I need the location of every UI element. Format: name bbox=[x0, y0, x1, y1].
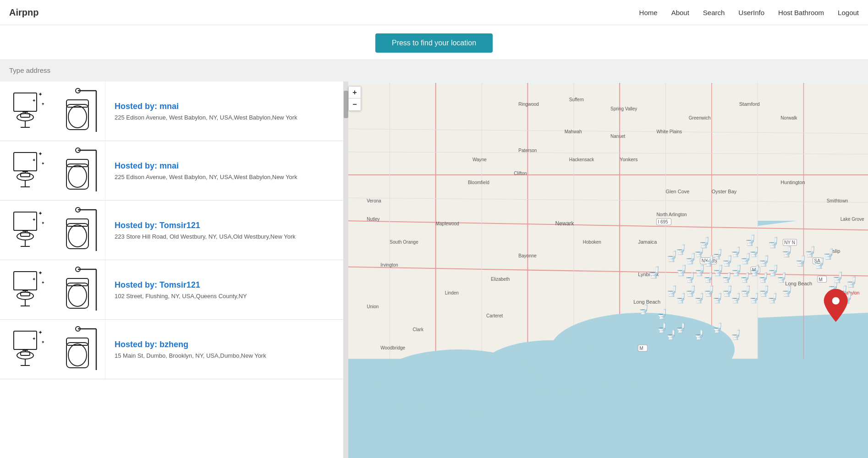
svg-text:✦: ✦ bbox=[38, 329, 43, 336]
listing-host[interactable]: Hosted by: mnai bbox=[115, 102, 297, 111]
listing-info: Hosted by: Tomsir121 102 Street, Flushin… bbox=[105, 260, 256, 319]
listing-address: 225 Edison Avenue, West Babylon, NY, USA… bbox=[115, 114, 297, 121]
listing-host[interactable]: Hosted by: Tomsir121 bbox=[115, 221, 296, 230]
svg-text:🚽: 🚽 bbox=[831, 271, 844, 284]
svg-text:Union: Union bbox=[367, 304, 379, 309]
svg-text:✦: ✦ bbox=[41, 161, 45, 166]
listing-host[interactable]: Hosted by: bzheng bbox=[115, 340, 266, 349]
svg-text:✦: ✦ bbox=[32, 336, 36, 341]
svg-text:🚽: 🚽 bbox=[647, 266, 661, 279]
bathroom-thumbnail: ✦ ✦ ✦ bbox=[7, 205, 99, 256]
svg-text:Smithtown: Smithtown bbox=[827, 198, 848, 203]
svg-text:🚽: 🚽 bbox=[804, 245, 817, 258]
listing-info: Hosted by: mnai 225 Edison Avenue, West … bbox=[105, 82, 307, 141]
svg-text:🚽: 🚽 bbox=[780, 285, 793, 297]
location-bar: Press to find your location bbox=[0, 25, 868, 59]
nav-link-userinfo[interactable]: UserInfo bbox=[738, 9, 764, 16]
svg-text:Stamford: Stamford bbox=[739, 101, 760, 107]
listing-card[interactable]: ✦ ✦ ✦ Hosted by: Tomsir121 223 Store Hil… bbox=[0, 201, 343, 260]
svg-point-112 bbox=[376, 349, 541, 414]
svg-text:🚽: 🚽 bbox=[693, 329, 705, 340]
nav-link-home[interactable]: Home bbox=[639, 9, 658, 16]
zoom-in-button[interactable]: + bbox=[349, 87, 361, 98]
svg-text:🚽: 🚽 bbox=[780, 245, 793, 258]
svg-text:Lake Grove: Lake Grove bbox=[841, 217, 864, 222]
listing-info: Hosted by: mnai 225 Edison Avenue, West … bbox=[105, 141, 307, 200]
nav-link-search[interactable]: Search bbox=[703, 9, 725, 16]
svg-text:M: M bbox=[639, 346, 643, 351]
svg-text:Linden: Linden bbox=[445, 290, 459, 295]
address-input[interactable] bbox=[0, 59, 868, 82]
address-bar bbox=[0, 59, 868, 82]
bathroom-thumbnail: ✦ ✦ ✦ bbox=[7, 324, 99, 375]
svg-text:✦: ✦ bbox=[41, 340, 45, 344]
find-location-button[interactable]: Press to find your location bbox=[375, 33, 493, 53]
svg-text:Nutley: Nutley bbox=[367, 217, 379, 222]
map-panel[interactable]: Stamford Norwalk Greenwich Spring Valley… bbox=[344, 82, 868, 458]
svg-text:🚽: 🚽 bbox=[712, 322, 724, 333]
listing-host[interactable]: Hosted by: Tomsir121 bbox=[115, 280, 247, 290]
bathroom-thumbnail: ✦ ✦ ✦ bbox=[7, 265, 99, 315]
svg-text:Nanuet: Nanuet bbox=[610, 134, 626, 139]
brand-logo[interactable]: Airpnp bbox=[9, 7, 38, 18]
svg-text:✦: ✦ bbox=[32, 98, 36, 103]
svg-text:Yonkers: Yonkers bbox=[620, 157, 638, 162]
listing-address: 102 Street, Flushing, NY, USA,Queens Cou… bbox=[115, 293, 247, 300]
svg-text:🚽: 🚽 bbox=[767, 293, 779, 304]
svg-text:🚽: 🚽 bbox=[730, 329, 742, 340]
listings-panel: ✦ ✦ ✦ Hosted by: mnai 225 Edison Avenue,… bbox=[0, 82, 344, 458]
main-layout: ✦ ✦ ✦ Hosted by: mnai 225 Edison Avenue,… bbox=[0, 82, 868, 458]
svg-text:Hackensack: Hackensack bbox=[569, 157, 595, 162]
svg-text:🚽: 🚽 bbox=[744, 234, 757, 246]
svg-text:Long Beach: Long Beach bbox=[633, 299, 660, 305]
svg-text:Greenwich: Greenwich bbox=[689, 115, 711, 120]
listing-card[interactable]: ✦ ✦ ✦ Hosted by: mnai 225 Edison Avenue,… bbox=[0, 141, 343, 201]
svg-text:🚽: 🚽 bbox=[656, 309, 668, 320]
svg-text:🚽: 🚽 bbox=[845, 276, 858, 288]
map-zoom-controls: + − bbox=[348, 86, 361, 111]
svg-text:Hoboken: Hoboken bbox=[583, 240, 601, 245]
svg-text:I 695: I 695 bbox=[658, 219, 668, 224]
nav-link-logout[interactable]: Logout bbox=[838, 9, 859, 16]
map-container: Stamford Norwalk Greenwich Spring Valley… bbox=[344, 82, 868, 458]
svg-text:✦: ✦ bbox=[38, 270, 43, 276]
svg-text:Ringwood: Ringwood bbox=[518, 102, 539, 107]
svg-text:Woodbridge: Woodbridge bbox=[380, 345, 405, 350]
svg-text:Elizabeth: Elizabeth bbox=[491, 277, 510, 282]
listing-card[interactable]: ✦ ✦ ✦ Hosted by: bzheng 15 Main St, Dumb… bbox=[0, 320, 343, 379]
svg-text:✦: ✦ bbox=[32, 217, 36, 222]
svg-text:Irvington: Irvington bbox=[380, 262, 398, 267]
svg-text:🚽: 🚽 bbox=[776, 272, 788, 283]
svg-text:✦: ✦ bbox=[41, 221, 45, 225]
bathroom-thumbnail: ✦ ✦ ✦ bbox=[7, 86, 99, 136]
listing-card[interactable]: ✦ ✦ ✦ Hosted by: Tomsir121 102 Street, F… bbox=[0, 260, 343, 320]
listing-card[interactable]: ✦ ✦ ✦ Hosted by: mnai 225 Edison Avenue,… bbox=[0, 82, 343, 141]
svg-text:Newark: Newark bbox=[555, 220, 575, 227]
listing-thumbnail: ✦ ✦ ✦ bbox=[0, 82, 105, 141]
svg-text:White Plains: White Plains bbox=[656, 129, 682, 134]
svg-text:Huntington: Huntington bbox=[780, 180, 805, 185]
nav-links: HomeAboutSearchUserInfoHost BathroomLogo… bbox=[639, 9, 859, 16]
nav-link-host-bathroom[interactable]: Host Bathroom bbox=[778, 9, 824, 16]
svg-text:Suffern: Suffern bbox=[569, 97, 584, 102]
svg-point-229 bbox=[832, 297, 840, 305]
svg-text:NY N: NY N bbox=[784, 240, 795, 245]
bathroom-thumbnail: ✦ ✦ ✦ bbox=[7, 146, 99, 196]
svg-text:Bloomfield: Bloomfield bbox=[468, 180, 489, 185]
map-svg: Stamford Norwalk Greenwich Spring Valley… bbox=[344, 82, 868, 458]
zoom-out-button[interactable]: − bbox=[349, 98, 361, 110]
svg-text:Oyster Bay: Oyster Bay bbox=[712, 189, 737, 194]
map-scroll-thumb bbox=[344, 91, 348, 118]
svg-text:✦: ✦ bbox=[41, 102, 45, 106]
nav-link-about[interactable]: About bbox=[671, 9, 689, 16]
svg-text:Verona: Verona bbox=[367, 198, 381, 203]
svg-text:Wayne: Wayne bbox=[472, 157, 487, 162]
svg-text:Carteret: Carteret bbox=[486, 313, 503, 318]
navbar: Airpnp HomeAboutSearchUserInfoHost Bathr… bbox=[0, 0, 868, 25]
svg-text:Norwalk: Norwalk bbox=[780, 115, 797, 120]
listing-thumbnail: ✦ ✦ ✦ bbox=[0, 320, 105, 379]
listing-host[interactable]: Hosted by: mnai bbox=[115, 161, 297, 171]
svg-text:🚽: 🚽 bbox=[698, 236, 711, 249]
svg-text:🚽: 🚽 bbox=[822, 248, 835, 260]
listing-thumbnail: ✦ ✦ ✦ bbox=[0, 201, 105, 260]
